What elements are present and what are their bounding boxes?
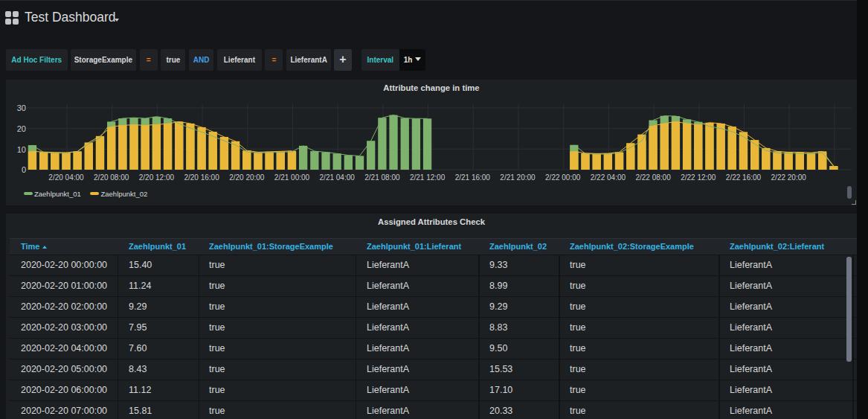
svg-text:2/20 20:00: 2/20 20:00 [229, 173, 265, 182]
svg-text:2/21 20:00: 2/21 20:00 [500, 173, 536, 182]
svg-text:2/22 08:00: 2/22 08:00 [635, 173, 671, 182]
svg-text:2/21 12:00: 2/21 12:00 [410, 173, 446, 182]
svg-text:2/22 00:00: 2/22 00:00 [545, 173, 581, 182]
svg-text:10: 10 [17, 145, 26, 154]
svg-text:2/22 12:00: 2/22 12:00 [681, 173, 716, 182]
svg-text:2/20 16:00: 2/20 16:00 [184, 173, 219, 182]
svg-text:2/20 12:00: 2/20 12:00 [139, 173, 175, 182]
svg-text:2/22 20:00: 2/22 20:00 [771, 173, 807, 182]
svg-text:20: 20 [17, 124, 26, 133]
svg-text:2/21 08:00: 2/21 08:00 [364, 173, 400, 182]
svg-text:2/21 16:00: 2/21 16:00 [455, 173, 491, 182]
svg-text:2/21 04:00: 2/21 04:00 [320, 173, 356, 182]
svg-text:2/22 04:00: 2/22 04:00 [591, 173, 626, 182]
svg-text:2/22 16:00: 2/22 16:00 [726, 173, 762, 182]
svg-text:2/21 00:00: 2/21 00:00 [274, 173, 310, 182]
svg-text:2/20 04:00: 2/20 04:00 [48, 173, 84, 182]
svg-text:30: 30 [17, 103, 26, 112]
svg-text:0: 0 [22, 165, 26, 174]
svg-text:2/20 08:00: 2/20 08:00 [94, 173, 129, 182]
